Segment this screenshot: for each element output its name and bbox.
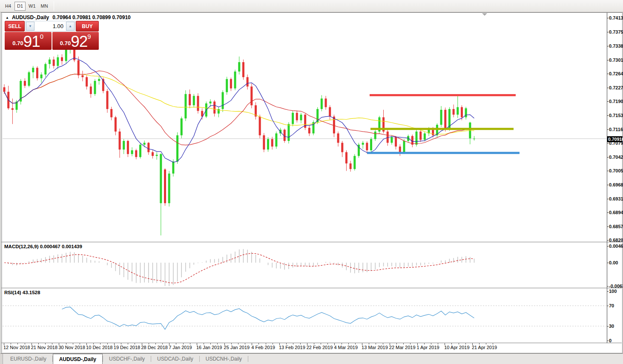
price-tick-label: 0.68570 [609,224,623,229]
chart-tab-audusd[interactable]: AUDUSD-,Daily [53,354,103,364]
quote-ohlc: 0.70964 0.70981 0.70899 0.70910 [52,14,131,20]
volume-increase-icon[interactable]: ▲ [66,22,75,31]
date-tick-mark [93,343,94,344]
date-tick-mark [73,343,73,344]
symbol-name: AUDUSD-,Daily [12,14,49,20]
date-tick-mark [410,343,411,344]
date-tick-mark [107,343,108,344]
date-tick-mark [190,343,190,344]
indicator-tick-mark [607,286,609,287]
date-tick-mark [445,343,445,345]
price-tick-label: 0.74130 [609,15,623,20]
date-tick-mark [217,343,218,344]
price-tick-mark [607,143,609,143]
date-tick-mark [321,343,321,344]
date-tick-mark [390,343,390,345]
rsi-label: RSI(14) 43.1528 [4,290,40,295]
chart-tab-usdchf[interactable]: USDCHF-,Daily [103,354,151,364]
indicator-tick-label: 0.004694 [609,244,623,249]
tab-separator [248,356,248,362]
chart-tab-usdcad[interactable]: USDCAD-,Daily [151,354,199,364]
date-tick-mark [369,343,369,344]
price-tick-label: 0.69680 [609,182,623,187]
time-axis-line [1,343,622,343]
price-tick-label: 0.72640 [609,71,623,76]
date-tick-mark [465,343,466,344]
indicator-tick-mark [607,246,609,246]
macd-label: MACD(12,26,9) 0.000467 0.001439 [4,244,82,249]
date-tick-mark [231,343,232,344]
window-inner-edge [2,13,2,353]
date-tick-mark [121,343,121,344]
price-tick-mark [607,18,609,18]
price-tick-mark [607,240,609,241]
date-tick-mark [342,343,342,344]
price-tick-label: 0.70420 [609,155,623,160]
date-tick-label: 25 Jan 2019 [224,345,250,350]
date-tick-mark [258,343,259,344]
indicator-tick-mark [607,341,609,341]
tab-bar-notch [0,354,3,364]
buy-price-panel[interactable]: 0.70 92 9 [52,32,99,50]
date-tick-mark [86,343,87,345]
indicator-tick-mark [607,291,609,292]
date-tick-mark [334,343,335,345]
indicator-tick-label: 0.00 [609,260,618,265]
price-tick-mark [607,115,609,116]
indicator-tick-mark [607,326,609,327]
date-tick-label: 10 Dec 2018 [86,345,112,350]
date-tick-mark [362,343,362,345]
date-tick-mark [45,343,46,344]
price-tick-mark [607,185,609,185]
price-tick-mark [607,60,609,60]
price-tick-label: 0.68200 [609,238,623,243]
price-tick-label: 0.69310 [609,196,623,201]
date-tick-mark [135,343,135,344]
macd-rsi-splitter[interactable] [1,288,622,288]
date-tick-label: 7 Jan 2019 [169,345,192,350]
date-tick-label: 12 Nov 2018 [3,345,30,350]
price-tick-label: 0.71530 [609,113,623,118]
price-tick-mark [607,88,609,88]
date-tick-mark [266,343,266,344]
date-tick-mark [128,343,128,344]
date-tick-mark [4,343,4,345]
date-tick-mark [155,343,156,344]
main-macd-splitter[interactable] [1,242,622,242]
symbol-marker-icon: ▲ [6,16,9,20]
buy-button[interactable]: BUY [76,21,99,32]
price-tick-mark [607,226,609,227]
date-tick-mark [293,343,293,344]
chart-tabs: EURUSD-,DailyAUDUSD-,DailyUSDCHF-,DailyU… [4,354,248,364]
date-tick-label: 4 Mar 2019 [334,345,358,350]
price-tick-label: 0.70050 [609,168,623,173]
date-tick-mark [224,343,225,345]
date-tick-mark [238,343,238,344]
date-tick-mark [300,343,301,344]
price-axis-line [607,13,607,343]
date-tick-label: 28 Dec 2018 [141,345,168,350]
date-tick-mark [245,343,245,344]
chart-tab-eurusd[interactable]: EURUSD-,Daily [4,354,52,364]
date-tick-mark [162,343,163,344]
sell-button[interactable]: SELL [5,21,25,32]
buy-price-big: 92 [71,34,87,49]
date-tick-label: 22 Feb 2019 [307,345,333,350]
sell-price-panel[interactable]: 0.70 91 0 [5,32,52,50]
date-tick-mark [396,343,397,344]
date-tick-mark [52,343,52,344]
date-tick-mark [25,343,25,344]
chart-tab-usdcnh[interactable]: USDCNH-,Daily [200,354,248,364]
sell-price-pip: 0 [40,33,43,40]
date-tick-mark [169,343,169,345]
date-tick-label: 13 Feb 2019 [279,345,305,350]
date-tick-mark [279,343,280,345]
date-tick-mark [459,343,459,344]
candlestick-chart-canvas[interactable] [0,0,623,364]
volume-decrease-icon[interactable]: ▼ [26,22,34,31]
price-tick-label: 0.73010 [609,57,623,63]
volume-input[interactable]: 1.00 [34,22,66,31]
price-tick-label: 0.73380 [609,43,623,49]
date-tick-mark [149,343,149,344]
chart-tab-bar: EURUSD-,DailyAUDUSD-,DailyUSDCHF-,DailyU… [0,353,623,364]
